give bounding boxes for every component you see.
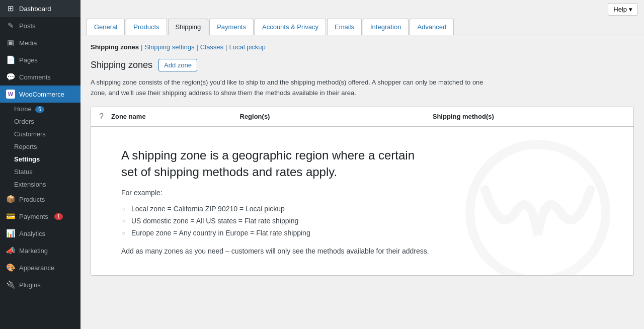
comments-icon: 💬 xyxy=(6,72,15,81)
woo-sub-settings[interactable]: Settings xyxy=(0,153,80,166)
sidebar-products-label: Products xyxy=(19,196,45,203)
col-shipping-methods: Shipping method(s) xyxy=(433,113,625,120)
sidebar-item-label: Dashboard xyxy=(19,5,51,13)
subnav-classes[interactable]: Classes xyxy=(200,43,223,51)
subnav-local-pickup[interactable]: Local pickup xyxy=(229,43,266,51)
sidebar-item-label: Pages xyxy=(19,56,38,64)
woo-sub-status[interactable]: Status xyxy=(0,166,80,178)
empty-state-title: A shipping zone is a geographic region w… xyxy=(121,147,423,181)
sidebar-item-analytics[interactable]: 📊 Analytics xyxy=(0,225,80,242)
plugins-icon: 🔌 xyxy=(6,280,15,289)
sidebar-analytics-label: Analytics xyxy=(19,230,45,237)
sidebar-item-products[interactable]: 📦 Products xyxy=(0,191,80,208)
tab-products[interactable]: Products xyxy=(126,19,167,35)
main-content: Help ▾ General Products Shipping Payment… xyxy=(80,0,644,329)
empty-state-examples: Local zone = California ZIP 90210 = Loca… xyxy=(121,203,603,239)
topbar: Help ▾ xyxy=(80,0,644,19)
sidebar-item-posts[interactable]: ✎ Posts xyxy=(0,17,80,34)
sidebar-item-marketing[interactable]: 📣 Marketing xyxy=(0,242,80,259)
woocommerce-icon: W xyxy=(6,90,15,99)
appearance-icon: 🎨 xyxy=(6,263,15,272)
empty-state-note: Add as many zones as you need – customer… xyxy=(121,247,603,255)
sidebar-item-woocommerce[interactable]: W WooCommerce xyxy=(0,86,80,103)
sidebar-item-label: Posts xyxy=(19,22,36,30)
pages-icon: 📄 xyxy=(6,55,15,64)
sidebar-item-appearance[interactable]: 🎨 Appearance xyxy=(0,259,80,276)
table-header: ? Zone name Region(s) Shipping method(s) xyxy=(91,107,633,127)
payments-badge: 1 xyxy=(54,213,63,220)
example-2: US domestic zone = All US states = Flat … xyxy=(121,215,603,227)
woo-sub-orders[interactable]: Orders xyxy=(0,115,80,128)
analytics-icon: 📊 xyxy=(6,229,15,238)
zones-table: ? Zone name Region(s) Shipping method(s)… xyxy=(91,107,634,276)
sidebar-item-media[interactable]: ▣ Media xyxy=(0,34,80,51)
media-icon: ▣ xyxy=(6,38,15,47)
dashboard-icon: ⊞ xyxy=(6,4,15,13)
sidebar-woocommerce-label: WooCommerce xyxy=(19,91,64,98)
empty-state: A shipping zone is a geographic region w… xyxy=(91,127,633,275)
woo-sub-customers[interactable]: Customers xyxy=(0,128,80,140)
help-button[interactable]: Help ▾ xyxy=(608,3,638,16)
subnav-sep-1: | xyxy=(141,43,142,51)
sidebar-item-label: Media xyxy=(19,39,37,47)
marketing-icon: 📣 xyxy=(6,246,15,255)
empty-state-for-example: For example: xyxy=(121,189,603,197)
zones-header: Shipping zones Add zone xyxy=(91,59,634,71)
subnav-sep-3: | xyxy=(225,43,227,51)
sidebar-item-dashboard[interactable]: ⊞ Dashboard xyxy=(0,0,80,17)
products-icon: 📦 xyxy=(6,195,15,204)
woo-sub-home[interactable]: Home 6 xyxy=(0,103,80,115)
tab-advanced[interactable]: Advanced xyxy=(410,19,454,35)
sidebar-payments-label: Payments xyxy=(19,213,48,220)
tab-integration[interactable]: Integration xyxy=(363,19,409,35)
example-1: Local zone = California ZIP 90210 = Loca… xyxy=(121,203,603,215)
zones-title: Shipping zones xyxy=(91,60,152,70)
sidebar-item-plugins[interactable]: 🔌 Plugins xyxy=(0,276,80,293)
sidebar-appearance-label: Appearance xyxy=(19,264,54,272)
tab-general[interactable]: General xyxy=(87,19,125,35)
subnav: Shipping zones | Shipping settings | Cla… xyxy=(91,43,634,51)
subnav-shipping-settings[interactable]: Shipping settings xyxy=(144,43,194,51)
example-3: Europe zone = Any country in Europe = Fl… xyxy=(121,227,603,239)
subnav-sep-2: | xyxy=(196,43,198,51)
sidebar-item-label: Comments xyxy=(19,73,51,81)
col-zone-name: Zone name xyxy=(111,113,240,120)
help-label: Help xyxy=(613,6,627,13)
zones-description: A shipping zone consists of the region(s… xyxy=(91,77,493,99)
sidebar-item-pages[interactable]: 📄 Pages xyxy=(0,51,80,68)
payments-icon: 💳 xyxy=(6,212,15,221)
tab-emails[interactable]: Emails xyxy=(327,19,362,35)
add-zone-button[interactable]: Add zone xyxy=(158,59,197,71)
sidebar-plugins-label: Plugins xyxy=(19,281,41,289)
posts-icon: ✎ xyxy=(6,21,15,30)
sidebar: ⊞ Dashboard ✎ Posts ▣ Media 📄 Pages 💬 Co… xyxy=(0,0,80,329)
content-area: Shipping zones | Shipping settings | Cla… xyxy=(80,35,644,284)
sidebar-marketing-label: Marketing xyxy=(19,247,48,255)
sidebar-item-comments[interactable]: 💬 Comments xyxy=(0,68,80,86)
tab-payments[interactable]: Payments xyxy=(209,19,254,35)
tab-shipping[interactable]: Shipping xyxy=(168,19,209,35)
woocommerce-submenu: Home 6 Orders Customers Reports Settings… xyxy=(0,103,80,191)
woo-sub-extensions[interactable]: Extensions xyxy=(0,178,80,191)
col-regions: Region(s) xyxy=(240,113,433,120)
help-arrow-icon: ▾ xyxy=(629,6,632,13)
home-badge: 6 xyxy=(35,106,44,113)
tab-accounts-privacy[interactable]: Accounts & Privacy xyxy=(255,19,326,35)
tabs-bar: General Products Shipping Payments Accou… xyxy=(80,19,644,35)
woo-sub-reports[interactable]: Reports xyxy=(0,140,80,153)
subnav-shipping-zones[interactable]: Shipping zones xyxy=(91,43,139,51)
help-tooltip-icon[interactable]: ? xyxy=(99,112,111,121)
sidebar-item-payments[interactable]: 💳 Payments 1 xyxy=(0,208,80,225)
